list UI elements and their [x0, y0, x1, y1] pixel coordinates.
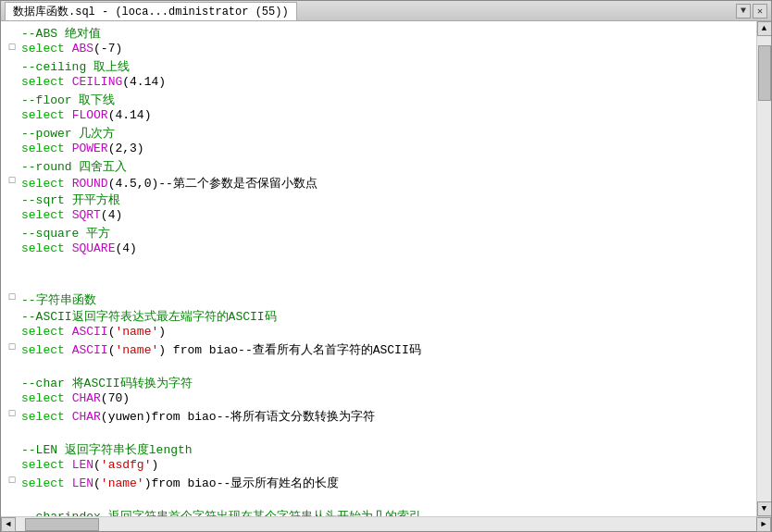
line-content: select CEILING(4.14)	[19, 75, 753, 89]
code-line: --char 将ASCII码转换为字符	[1, 375, 756, 391]
line-content: --字符串函数	[19, 291, 753, 308]
line-content: select ABS(-7)	[19, 42, 753, 56]
line-indicator: □	[5, 408, 19, 419]
line-content: select LEN('asdfg')	[19, 458, 753, 472]
line-content: select ASCII('name')	[19, 325, 753, 339]
line-content: --square 平方	[19, 225, 753, 241]
line-content: --ceiling 取上线	[19, 58, 753, 75]
line-content: select SQRT(4)	[19, 208, 753, 222]
code-line	[1, 258, 756, 275]
code-line: --ABS 绝对值	[1, 25, 756, 42]
line-content: --sqrt 开平方根	[19, 192, 753, 208]
line-content: --ASCII返回字符表达式最左端字符的ASCII码	[19, 308, 753, 325]
pin-button[interactable]: ▼	[736, 4, 751, 19]
line-content: --floor 取下线	[19, 92, 753, 108]
line-indicator: □	[5, 475, 19, 486]
code-line: --LEN 返回字符串长度length	[1, 441, 756, 458]
horizontal-scrollbar[interactable]: ◄ ►	[1, 516, 771, 531]
code-line: select CHAR(70)	[1, 391, 756, 408]
line-content: select CHAR(yuwen)from biao--将所有语文分数转换为字…	[19, 408, 753, 425]
code-line: □--字符串函数	[1, 291, 756, 308]
content-area: --ABS 绝对值□select ABS(-7)--ceiling 取上线sel…	[1, 21, 771, 516]
scroll-right-button[interactable]: ►	[756, 517, 771, 532]
code-line: select LEN('asdfg')	[1, 458, 756, 475]
expand-icon[interactable]: □	[9, 408, 16, 419]
main-window: 数据库函数.sql - (loca...dministrator (55)) ▼…	[0, 0, 772, 532]
expand-icon[interactable]: □	[9, 341, 16, 353]
close-button[interactable]: ✕	[753, 4, 767, 19]
code-line: select CEILING(4.14)	[1, 75, 756, 92]
expand-icon[interactable]: □	[9, 175, 16, 186]
code-line: select FLOOR(4.14)	[1, 108, 756, 125]
title-tab[interactable]: 数据库函数.sql - (loca...dministrator (55))	[5, 2, 297, 20]
line-content: select POWER(2,3)	[19, 142, 753, 155]
line-indicator: □	[5, 291, 19, 303]
code-line: --charindex 返回字符串首个字符出现在某个字符串从头开始为几的索引	[1, 508, 756, 516]
line-indicator: □	[5, 42, 19, 53]
code-line	[1, 425, 756, 441]
title-bar-controls: ▼ ✕	[736, 4, 767, 19]
code-line: --power 几次方	[1, 125, 756, 142]
scroll-thumb-v[interactable]	[758, 45, 771, 101]
code-line: --round 四舍五入	[1, 158, 756, 175]
code-line	[1, 491, 756, 508]
code-line: --sqrt 开平方根	[1, 192, 756, 208]
code-line: select POWER(2,3)	[1, 142, 756, 158]
code-line: □select ASCII('name') from biao--查看所有人名首…	[1, 341, 756, 358]
code-line	[1, 275, 756, 291]
vertical-scrollbar[interactable]: ▲ ▼	[756, 21, 771, 516]
line-content: select ASCII('name') from biao--查看所有人名首字…	[19, 341, 753, 358]
line-content: --round 四舍五入	[19, 158, 753, 175]
code-line: --ASCII返回字符表达式最左端字符的ASCII码	[1, 308, 756, 325]
line-content: select SQUARE(4)	[19, 241, 753, 255]
line-content: select CHAR(70)	[19, 391, 753, 405]
line-indicator: □	[5, 341, 19, 353]
code-line: □select ROUND(4.5,0)--第二个参数是否保留小数点	[1, 175, 756, 192]
scroll-track-h[interactable]	[16, 517, 756, 531]
code-panel[interactable]: --ABS 绝对值□select ABS(-7)--ceiling 取上线sel…	[1, 21, 756, 516]
line-content: --ABS 绝对值	[19, 25, 753, 42]
code-line: □select CHAR(yuwen)from biao--将所有语文分数转换为…	[1, 408, 756, 425]
code-line: □select ABS(-7)	[1, 42, 756, 58]
line-content: select LEN('name')from biao--显示所有姓名的长度	[19, 475, 753, 491]
line-content: --charindex 返回字符串首个字符出现在某个字符串从头开始为几的索引	[19, 508, 753, 516]
code-line	[1, 358, 756, 375]
code-line: select SQUARE(4)	[1, 241, 756, 258]
expand-icon[interactable]: □	[9, 475, 16, 486]
code-line: □select LEN('name')from biao--显示所有姓名的长度	[1, 475, 756, 491]
scroll-left-button[interactable]: ◄	[1, 517, 16, 532]
code-line: --square 平方	[1, 225, 756, 241]
line-content: --char 将ASCII码转换为字符	[19, 375, 753, 391]
scroll-up-button[interactable]: ▲	[757, 21, 772, 36]
line-content: select FLOOR(4.14)	[19, 108, 753, 122]
line-indicator: □	[5, 175, 19, 186]
code-line: --ceiling 取上线	[1, 58, 756, 75]
scroll-track-v[interactable]	[757, 36, 771, 501]
scroll-thumb-h[interactable]	[25, 518, 99, 531]
scroll-down-button[interactable]: ▼	[757, 501, 772, 516]
expand-icon[interactable]: □	[9, 42, 16, 53]
code-line: select SQRT(4)	[1, 208, 756, 225]
code-line: --floor 取下线	[1, 92, 756, 108]
line-content: --power 几次方	[19, 125, 753, 142]
code-line: select ASCII('name')	[1, 325, 756, 341]
line-content: select ROUND(4.5,0)--第二个参数是否保留小数点	[19, 175, 753, 192]
line-content: --LEN 返回字符串长度length	[19, 441, 753, 458]
expand-icon[interactable]: □	[9, 291, 16, 303]
title-bar: 数据库函数.sql - (loca...dministrator (55)) ▼…	[1, 1, 771, 21]
code-container: --ABS 绝对值□select ABS(-7)--ceiling 取上线sel…	[1, 23, 756, 516]
title-bar-left: 数据库函数.sql - (loca...dministrator (55))	[5, 2, 297, 20]
